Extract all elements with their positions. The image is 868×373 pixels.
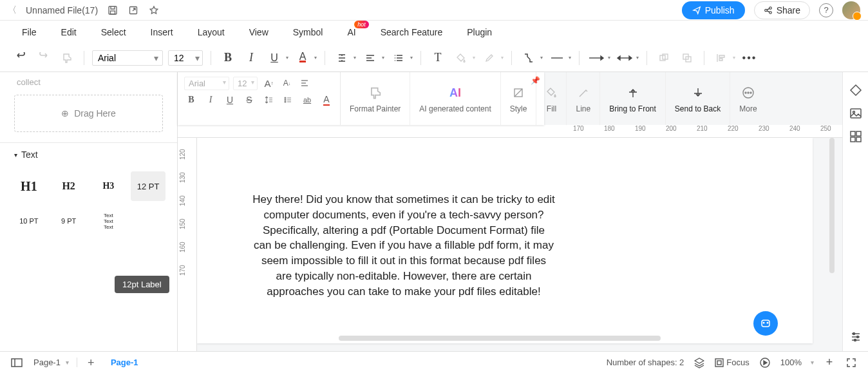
text-preset-h1[interactable]: H1 xyxy=(12,171,46,201)
undo-icon[interactable] xyxy=(12,49,30,67)
ctx-line-group[interactable]: Line xyxy=(567,72,600,125)
ruler-tick: 240 xyxy=(789,125,800,132)
menu-file[interactable]: File xyxy=(22,27,37,37)
bold-button[interactable]: B xyxy=(219,49,237,67)
font-color-button[interactable]: A xyxy=(294,49,312,67)
ctx-ai-group[interactable]: AI AI generated content xyxy=(410,72,500,125)
settings-list-icon[interactable] xyxy=(849,330,862,343)
menu-view[interactable]: View xyxy=(249,27,269,37)
menu-insert[interactable]: Insert xyxy=(151,27,173,37)
canvas-page[interactable]: Hey there! Did you know that sometimes i… xyxy=(197,138,813,343)
presentation-icon[interactable] xyxy=(759,356,771,369)
star-icon[interactable] xyxy=(148,5,160,16)
assistant-bubble-icon[interactable] xyxy=(753,311,778,336)
ctx-fill-group[interactable]: Fill xyxy=(536,72,567,125)
fullscreen-icon[interactable] xyxy=(845,356,858,369)
text-preset-h3[interactable]: H3 xyxy=(91,171,126,201)
open-external-icon[interactable] xyxy=(127,5,139,16)
menu-layout[interactable]: Layout xyxy=(198,27,225,37)
italic-button[interactable]: I xyxy=(242,49,260,67)
ctx-ai-label: AI generated content xyxy=(419,104,491,113)
pencil-icon[interactable] xyxy=(480,49,498,67)
list-icon[interactable] xyxy=(390,49,408,67)
text-preset-h2[interactable]: H2 xyxy=(52,171,86,201)
back-icon[interactable]: 〈 xyxy=(8,5,17,16)
ctx-bullets-icon[interactable] xyxy=(281,93,295,107)
ctx-text-case-icon[interactable]: ab xyxy=(300,93,314,107)
document-text-block[interactable]: Hey there! Did you know that sometimes i… xyxy=(252,192,555,300)
decrease-font-icon[interactable]: A↓ xyxy=(279,76,294,90)
drag-here-zone[interactable]: ⊕ Drag Here xyxy=(14,95,163,132)
redo-icon[interactable] xyxy=(35,49,53,67)
help-icon[interactable]: ? xyxy=(819,3,833,17)
align-vertical-icon[interactable] xyxy=(333,49,351,67)
page-tab-active[interactable]: Page-1 xyxy=(111,358,138,367)
ctx-align-icon[interactable] xyxy=(297,76,312,90)
arrow-line-icon[interactable] xyxy=(587,49,605,67)
layers-icon[interactable] xyxy=(693,356,706,369)
plus-icon: ⊕ xyxy=(61,108,69,119)
text-preset-10pt[interactable]: 10 PT xyxy=(12,206,46,236)
ctx-size-select[interactable]: 12 xyxy=(233,77,258,90)
format-painter-icon[interactable] xyxy=(58,49,76,67)
ruler-tick: 190 xyxy=(635,125,646,132)
save-icon[interactable] xyxy=(107,5,118,16)
focus-button[interactable]: Focus xyxy=(715,358,749,367)
fill-bucket-icon[interactable] xyxy=(452,49,470,67)
ctx-font-select[interactable]: Arial xyxy=(184,77,229,90)
scrollbar-horizontal[interactable] xyxy=(339,336,661,341)
connector-icon[interactable] xyxy=(520,49,538,67)
ctx-line-spacing-icon[interactable] xyxy=(261,93,276,107)
ctx-bold-button[interactable]: B xyxy=(184,93,198,107)
font-select[interactable]: Arial xyxy=(92,50,163,66)
menu-plugin[interactable]: Plugin xyxy=(467,27,492,37)
ctx-italic-button[interactable]: I xyxy=(203,93,218,107)
ctx-underline-button[interactable]: U xyxy=(223,93,237,107)
publish-button[interactable]: Publish xyxy=(682,1,745,19)
text-preset-9pt[interactable]: 9 PT xyxy=(52,206,86,236)
svg-rect-26 xyxy=(856,137,861,142)
text-tool-icon[interactable]: T xyxy=(429,49,447,67)
ctx-more-group[interactable]: More xyxy=(730,72,766,125)
file-title[interactable]: Unnamed File(17) xyxy=(26,5,98,15)
ctx-send-back-group[interactable]: Send to Back xyxy=(666,72,730,125)
theme-icon[interactable] xyxy=(849,84,862,97)
text-section-header[interactable]: ▾ Text xyxy=(0,142,177,166)
avatar[interactable] xyxy=(842,1,860,19)
grid-icon[interactable] xyxy=(849,130,862,143)
menu-edit[interactable]: Edit xyxy=(61,27,77,37)
zoom-level[interactable]: 100% xyxy=(780,358,802,367)
ctx-bring-front-group[interactable]: Bring to Front xyxy=(600,72,666,125)
size-select[interactable]: 12 xyxy=(168,50,203,66)
ctx-bring-front-label: Bring to Front xyxy=(609,104,656,113)
page-selector[interactable]: Page-1 xyxy=(33,358,61,367)
underline-button[interactable]: U xyxy=(265,49,283,67)
zoom-plus-icon[interactable]: + xyxy=(823,356,836,369)
ruler-tick: 160 xyxy=(179,242,186,253)
ctx-format-painter-group[interactable]: Format Painter xyxy=(341,72,410,125)
menu-select[interactable]: Select xyxy=(101,27,126,37)
svg-point-12 xyxy=(285,101,286,102)
group-back-icon[interactable] xyxy=(678,49,696,67)
ctx-send-back-label: Send to Back xyxy=(675,104,721,113)
outline-icon[interactable] xyxy=(10,356,23,369)
group-front-icon[interactable] xyxy=(655,49,673,67)
share-button[interactable]: Share xyxy=(754,1,810,19)
scrollbar-vertical[interactable] xyxy=(829,138,835,273)
pin-icon[interactable]: 📌 xyxy=(531,76,540,85)
text-preset-12pt[interactable]: 12 PT xyxy=(131,171,165,201)
double-arrow-icon[interactable] xyxy=(616,49,634,67)
ctx-strike-button[interactable]: S xyxy=(242,93,256,107)
more-icon[interactable]: ••• xyxy=(741,49,759,67)
image-icon[interactable] xyxy=(849,107,862,120)
align-left-icon[interactable] xyxy=(361,49,379,67)
add-page-button[interactable]: + xyxy=(88,356,100,369)
menu-search-feature[interactable]: Search Feature xyxy=(381,27,443,37)
menu-symbol[interactable]: Symbol xyxy=(293,27,323,37)
increase-font-icon[interactable]: A↑ xyxy=(261,76,276,90)
menu-ai[interactable]: AIhot xyxy=(347,27,355,37)
align-objects-icon[interactable] xyxy=(712,49,730,67)
ctx-font-color-icon[interactable]: A xyxy=(319,93,334,107)
text-preset-body[interactable]: Text Text Text xyxy=(91,206,126,236)
line-style-icon[interactable] xyxy=(548,49,566,67)
